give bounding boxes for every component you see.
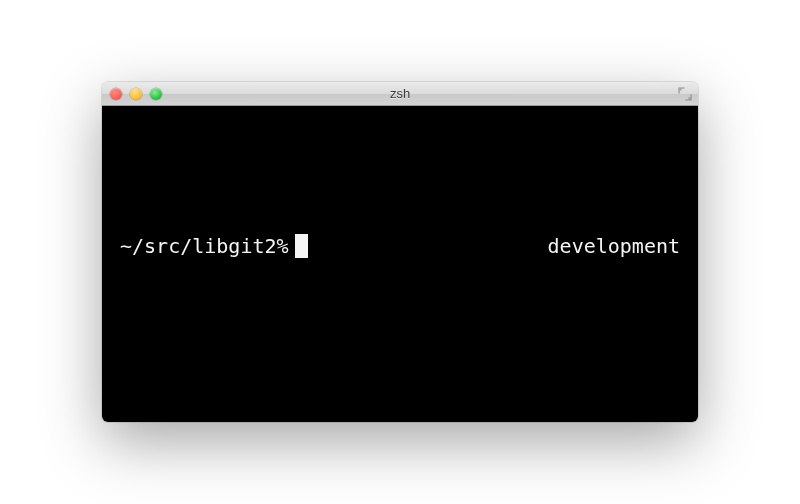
- terminal-body[interactable]: ~/src/libgit2% development: [102, 106, 698, 422]
- cursor: [295, 234, 308, 258]
- fullscreen-icon[interactable]: [678, 87, 692, 101]
- right-prompt: development: [548, 234, 680, 258]
- titlebar[interactable]: zsh: [102, 82, 698, 106]
- prompt-left: ~/src/libgit2%: [120, 234, 308, 258]
- terminal-window: zsh ~/src/libgit2% development: [102, 82, 698, 422]
- traffic-lights: [110, 88, 162, 100]
- window-title: zsh: [102, 86, 698, 101]
- close-button[interactable]: [110, 88, 122, 100]
- maximize-button[interactable]: [150, 88, 162, 100]
- minimize-button[interactable]: [130, 88, 142, 100]
- prompt-line: ~/src/libgit2% development: [120, 234, 680, 258]
- prompt-text: ~/src/libgit2%: [120, 234, 289, 258]
